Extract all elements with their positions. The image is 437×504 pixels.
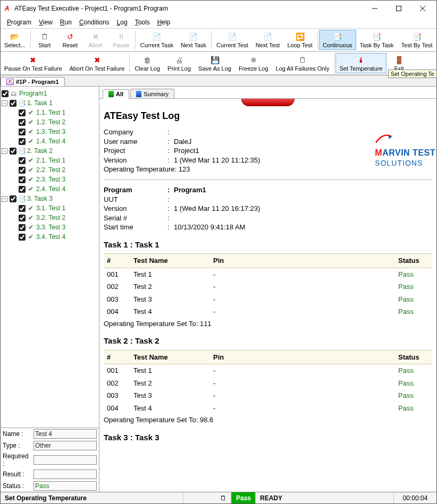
tree-test[interactable]: ✔3.4. Test 4	[2, 232, 98, 242]
menu-help[interactable]: Help	[154, 18, 174, 27]
prop-required-field[interactable]	[33, 455, 97, 465]
tree-check[interactable]	[19, 129, 26, 135]
next-test-button[interactable]: 📄Next Test	[252, 30, 284, 50]
tree-test[interactable]: ✔3.3. Test 3	[2, 223, 98, 232]
tree-check[interactable]	[19, 109, 26, 116]
reset-button[interactable]: ↺Reset	[57, 30, 83, 50]
status-ready: READY	[256, 492, 394, 503]
tree-check[interactable]	[19, 234, 26, 241]
current-task-button[interactable]: 📄Current Task	[137, 30, 177, 50]
prop-type-field[interactable]	[33, 441, 97, 450]
tree-check[interactable]	[19, 186, 26, 193]
pause-button: ⏸Pause	[108, 30, 134, 50]
collapse-icon[interactable]: −	[2, 148, 7, 154]
tree-check[interactable]	[10, 148, 16, 155]
set-temperature-button[interactable]: 🌡Set Temperature	[335, 53, 386, 73]
tree-test[interactable]: ✔2.3. Test 3	[2, 175, 98, 184]
table-header-row: # Test Name Pin Status	[104, 254, 432, 268]
save-log-button[interactable]: 💾Save As Log	[195, 53, 235, 73]
menu-tools[interactable]: Tools	[132, 18, 153, 27]
tree-test[interactable]: ✔2.4. Test 4	[2, 184, 98, 194]
menu-run[interactable]: Run	[57, 18, 75, 27]
task1-table: # Test Name Pin Status 001Test 1-Pass 00…	[104, 253, 432, 318]
collapse-icon[interactable]: −	[2, 100, 7, 106]
clear-log-button[interactable]: 🗑Clear Log	[131, 53, 164, 73]
exit-icon: 🚪	[393, 55, 406, 65]
tree-check[interactable]	[19, 157, 26, 164]
loop-test-button[interactable]: 🔁Loop Test	[283, 30, 316, 50]
app-icon: A	[3, 4, 11, 13]
start-icon: 🗒	[38, 31, 51, 42]
tree-test[interactable]: ✔1.2. Test 2	[2, 117, 98, 127]
tree-check[interactable]	[10, 195, 16, 202]
current-test-button[interactable]: 📄Current Test	[213, 30, 252, 50]
toolbar-2: ✖Pause On Test Failure ✖Abort On Test Fa…	[1, 52, 436, 75]
tree-test[interactable]: ✔1.4. Test 4	[2, 136, 98, 146]
log-tab-all[interactable]: All	[103, 89, 129, 99]
log-failures-button[interactable]: 🗒Log All Failures Only	[272, 53, 333, 73]
start-button[interactable]: 🗒Start	[32, 30, 57, 50]
abort-button: ✖Abort	[83, 30, 108, 50]
log-header: ATEasy Test Log	[104, 109, 432, 122]
prop-name-field[interactable]	[33, 429, 97, 439]
tree-test[interactable]: ✔1.3. Test 3	[2, 127, 98, 136]
tree-test[interactable]: ✔2.1. Test 1	[2, 156, 98, 165]
test-tree[interactable]: 🗂 Program1 − 📑 1. Task 1 ✔1.1. Test 1 ✔1…	[1, 87, 99, 428]
freeze-log-button[interactable]: ❄Freeze Log	[235, 53, 272, 73]
tree-check[interactable]	[10, 100, 16, 107]
tree-root-check[interactable]	[2, 90, 9, 97]
properties-panel: Name : Type : Required : Result : Status…	[1, 428, 99, 492]
loop-test-icon: 🔁	[293, 31, 306, 42]
tree-test[interactable]: ✔1.1. Test 1	[2, 108, 98, 117]
tree-check[interactable]	[19, 215, 26, 221]
tree-check[interactable]	[19, 205, 26, 212]
current-test-icon: 📄	[226, 31, 239, 42]
prop-status-field[interactable]	[33, 481, 97, 491]
tree-check[interactable]	[19, 119, 26, 126]
close-button[interactable]	[410, 1, 434, 16]
test-by-test-button[interactable]: 📑Test By Test	[398, 30, 436, 50]
abort-on-fail-button[interactable]: ✖Abort On Test Failure	[66, 53, 129, 73]
select-button[interactable]: 📂Select...	[1, 30, 29, 50]
menu-view[interactable]: View	[36, 18, 56, 27]
log-tab-summary[interactable]: Summary	[130, 89, 174, 98]
current-task-icon: 📄	[150, 31, 163, 42]
tree-test[interactable]: ✔3.1. Test 1	[2, 203, 98, 213]
collapse-icon[interactable]: −	[2, 196, 7, 202]
prop-result-field[interactable]	[33, 469, 97, 479]
tree-test[interactable]: ✔2.2. Test 2	[2, 165, 98, 175]
tree-task-3[interactable]: − 📑 3. Task 3	[2, 194, 98, 203]
minimize-button[interactable]	[363, 1, 386, 16]
tree-check[interactable]	[19, 138, 26, 145]
table-row: 001Test 1-Pass	[104, 364, 432, 377]
tree-root[interactable]: 🗂 Program1	[2, 89, 98, 98]
prop-required-label: Required :	[1, 451, 31, 468]
freeze-log-icon: ❄	[247, 55, 260, 65]
menu-program[interactable]: Program	[4, 18, 35, 27]
tree-check[interactable]	[19, 224, 26, 231]
tree-check[interactable]	[19, 176, 26, 183]
continuous-button[interactable]: 📑Continuous	[319, 30, 356, 50]
tree-task-1[interactable]: − 📑 1. Task 1	[2, 98, 98, 108]
table-row: 003Test 3-Pass	[104, 293, 432, 306]
table-row: 004Test 4-Pass	[104, 305, 432, 318]
table-row: 002Test 2-Pass	[104, 280, 432, 293]
status-pass: Pass	[231, 492, 256, 503]
tree-test[interactable]: ✔3.2. Test 2	[2, 213, 98, 223]
pause-on-fail-button[interactable]: ✖Pause On Test Failure	[1, 53, 66, 73]
abort-fail-icon: ✖	[91, 55, 104, 65]
tree-task-2[interactable]: − 📑 2. Task 2	[2, 146, 98, 156]
menu-conditions[interactable]: Conditions	[76, 18, 113, 27]
maximize-button[interactable]	[386, 1, 410, 16]
window-controls	[363, 1, 434, 16]
project-tab-program1[interactable]: P #1P - Program1	[1, 77, 65, 86]
log-body[interactable]: ATEasy Test Log MARVIN TEST SOLUTIONS Co…	[99, 99, 436, 492]
task2-table: # Test Name Pin Status 001Test 1-Pass 00…	[104, 350, 432, 415]
task-by-task-button[interactable]: 📑Task By Task	[356, 30, 398, 50]
menu-log[interactable]: Log	[114, 18, 131, 27]
clear-log-icon: 🗑	[141, 55, 154, 65]
test-icon: ✔	[27, 166, 35, 174]
tree-check[interactable]	[19, 167, 26, 174]
next-task-button[interactable]: 📄Next Task	[177, 30, 210, 50]
print-log-button[interactable]: 🖨Print Log	[164, 53, 195, 73]
